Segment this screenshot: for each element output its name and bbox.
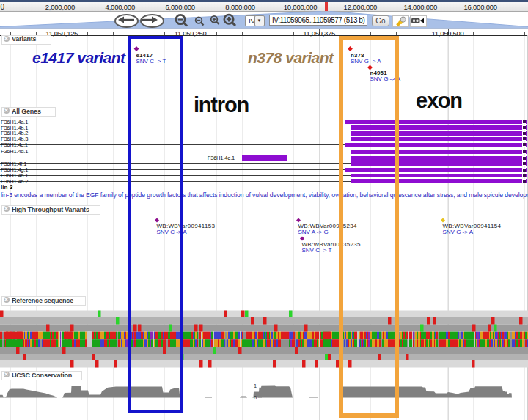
svg-text:0: 0 [254, 394, 257, 401]
svg-text:1: 1 [254, 383, 257, 389]
